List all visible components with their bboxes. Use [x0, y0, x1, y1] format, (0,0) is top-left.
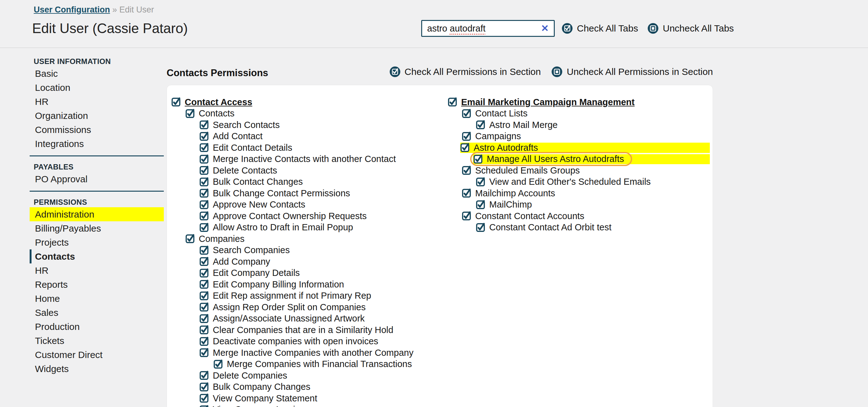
checkbox-checked-icon[interactable]	[473, 154, 483, 164]
checkbox-checked-icon[interactable]	[199, 405, 209, 407]
permission-label[interactable]: Edit Contact Details	[213, 143, 292, 153]
checkbox-checked-icon[interactable]	[462, 166, 471, 175]
checkbox-checked-icon[interactable]	[448, 97, 457, 107]
checkbox-checked-icon[interactable]	[199, 314, 209, 323]
checkbox-checked-icon[interactable]	[199, 223, 209, 232]
check-all-tabs-button[interactable]: Check All Tabs	[562, 23, 638, 34]
permission-label[interactable]: MailChimp	[489, 199, 532, 210]
permission-label[interactable]: Approve New Contacts	[213, 199, 306, 210]
permission-label[interactable]: Assign/Associate Unassigned Artwork	[213, 313, 365, 324]
permission-label[interactable]: View Company Statement	[213, 393, 317, 404]
checkbox-checked-icon[interactable]	[199, 245, 209, 255]
search-clear-icon[interactable]: ✕	[541, 24, 549, 33]
checkbox-checked-icon[interactable]	[199, 211, 209, 221]
permission-label[interactable]: Contacts	[199, 108, 234, 119]
sidebar-item-widgets[interactable]: Widgets	[30, 362, 164, 376]
checkbox-checked-icon[interactable]	[476, 120, 485, 129]
permission-label[interactable]: Astro Autodrafts	[474, 143, 538, 153]
permission-label[interactable]: Merge Inactive Contacts with another Con…	[213, 154, 396, 164]
sidebar-item-contacts[interactable]: Contacts	[30, 250, 164, 263]
permission-label[interactable]: Scheduled Emails Groups	[475, 166, 580, 176]
permission-label[interactable]: View Company Invoices	[213, 405, 309, 407]
sidebar-item-po-approval[interactable]: PO Approval	[30, 172, 164, 186]
permission-label[interactable]: Astro Mail Merge	[489, 120, 558, 130]
checkbox-checked-icon[interactable]	[185, 234, 195, 243]
sidebar-item-projects[interactable]: Projects	[30, 235, 164, 250]
sidebar-item-customer-direct[interactable]: Customer Direct	[30, 348, 164, 362]
permission-label[interactable]: Clear Companies that are in a Similarity…	[213, 325, 394, 335]
sidebar-item-reports[interactable]: Reports	[30, 278, 164, 292]
checkbox-checked-icon[interactable]	[462, 132, 471, 141]
checkbox-checked-icon[interactable]	[462, 109, 471, 118]
sidebar-item-administration[interactable]: Administration	[30, 207, 164, 221]
permission-label[interactable]: Search Companies	[213, 245, 290, 255]
checkbox-checked-icon[interactable]	[476, 200, 485, 209]
checkbox-checked-icon[interactable]	[199, 337, 209, 346]
checkbox-checked-icon[interactable]	[199, 268, 209, 278]
checkbox-checked-icon[interactable]	[199, 188, 209, 198]
sidebar-item-home[interactable]: Home	[30, 292, 164, 306]
permission-label[interactable]: Contact Lists	[475, 108, 528, 119]
permission-label[interactable]: Delete Contacts	[213, 166, 277, 176]
permission-label[interactable]: Edit Company Details	[213, 268, 300, 278]
checkbox-checked-icon[interactable]	[199, 200, 209, 209]
search-input[interactable]: astro autodraft ✕	[421, 20, 555, 37]
sidebar-item-billing-payables[interactable]: Billing/Payables	[30, 221, 164, 235]
breadcrumb-link-user-configuration[interactable]: User Configuration	[34, 5, 110, 14]
permission-label[interactable]: Constant Contact Ad Orbit test	[489, 222, 612, 233]
permission-label[interactable]: Merge Companies with Financial Transacti…	[227, 359, 412, 369]
sidebar-item-production[interactable]: Production	[30, 320, 164, 333]
checkbox-checked-icon[interactable]	[476, 177, 485, 187]
permission-label[interactable]: Bulk Contact Changes	[213, 177, 303, 187]
checkbox-checked-icon[interactable]	[199, 348, 209, 357]
permission-group-label[interactable]: Email Marketing Campaign Management	[461, 97, 634, 107]
permission-label[interactable]: Search Contacts	[213, 120, 280, 130]
permission-label[interactable]: Approve Contact Ownership Requests	[213, 211, 367, 221]
checkbox-checked-icon[interactable]	[476, 223, 485, 232]
permission-label[interactable]: Campaigns	[475, 131, 521, 141]
permission-label[interactable]: Companies	[199, 234, 245, 244]
checkbox-checked-icon[interactable]	[185, 109, 195, 118]
checkbox-checked-icon[interactable]	[462, 188, 471, 198]
permission-label[interactable]: Bulk Change Contact Permissions	[213, 188, 350, 199]
checkbox-checked-icon[interactable]	[199, 143, 209, 152]
permission-label[interactable]: Manage All Users Astro Autodrafts	[487, 154, 624, 164]
checkbox-checked-icon[interactable]	[213, 359, 223, 369]
sidebar-item-integrations[interactable]: Integrations	[30, 137, 164, 151]
permission-label[interactable]: Edit Rep assignment if not Primary Rep	[213, 291, 371, 301]
permission-label[interactable]: Mailchimp Accounts	[475, 188, 555, 199]
checkbox-checked-icon[interactable]	[199, 120, 209, 129]
checkbox-checked-icon[interactable]	[199, 291, 209, 300]
uncheck-all-tabs-button[interactable]: Uncheck All Tabs	[647, 23, 734, 34]
sidebar-item-organization[interactable]: Organization	[30, 109, 164, 123]
permission-label[interactable]: Assign Rep Order Split on Companies	[213, 302, 366, 313]
sidebar-item-basic[interactable]: Basic	[30, 66, 164, 81]
checkbox-checked-icon[interactable]	[199, 280, 209, 289]
sidebar-item-location[interactable]: Location	[30, 81, 164, 94]
checkbox-checked-icon[interactable]	[199, 371, 209, 380]
sidebar-item-sales[interactable]: Sales	[30, 306, 164, 320]
checkbox-checked-icon[interactable]	[199, 132, 209, 141]
permission-label[interactable]: Allow Astro to Draft in Email Popup	[213, 222, 353, 233]
checkbox-checked-icon[interactable]	[199, 394, 209, 403]
permission-group-label[interactable]: Contact Access	[185, 97, 252, 107]
sidebar-item-tickets[interactable]: Tickets	[30, 333, 164, 348]
permission-label[interactable]: Merge Inactive Companies with another Co…	[213, 348, 413, 358]
permission-label[interactable]: View and Edit Other's Scheduled Emails	[489, 177, 651, 187]
checkbox-checked-icon[interactable]	[199, 325, 209, 335]
checkbox-checked-icon[interactable]	[199, 302, 209, 312]
checkbox-checked-icon[interactable]	[199, 154, 209, 164]
checkbox-checked-icon[interactable]	[462, 211, 471, 221]
permission-label[interactable]: Add Company	[213, 257, 270, 267]
check-all-permissions-button[interactable]: Check All Permissions in Section	[390, 66, 541, 78]
sidebar-item-hr[interactable]: HR	[30, 94, 164, 109]
checkbox-checked-icon[interactable]	[199, 177, 209, 187]
sidebar-item-commissions[interactable]: Commissions	[30, 123, 164, 137]
uncheck-all-permissions-button[interactable]: Uncheck All Permissions in Section	[551, 66, 713, 78]
permission-label[interactable]: Add Contact	[213, 131, 263, 141]
checkbox-checked-icon[interactable]	[460, 143, 470, 152]
permission-label[interactable]: Delete Companies	[213, 371, 287, 381]
permission-label[interactable]: Edit Company Billing Information	[213, 279, 344, 290]
checkbox-checked-icon[interactable]	[199, 382, 209, 392]
checkbox-checked-icon[interactable]	[199, 166, 209, 175]
